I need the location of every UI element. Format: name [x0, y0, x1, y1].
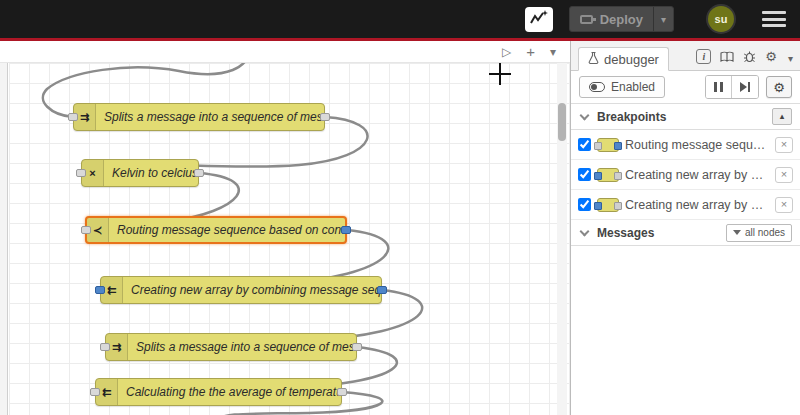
flask-icon [588, 52, 599, 67]
breakpoint-row[interactable]: Creating new array by combining message … [571, 190, 800, 220]
flow-node-switch-selected[interactable]: ≺ Routing message sequence based on cond… [85, 216, 347, 244]
breakpoints-header[interactable]: Breakpoints ▴ [571, 104, 800, 130]
crosshair-cursor [489, 63, 511, 85]
node-label: Kelvin to celcius [104, 166, 198, 180]
workspace-toolbar: ▷ + ▾ [0, 41, 570, 63]
flow-canvas[interactable]: ⇉ Splits a message into a sequence of me… [9, 63, 570, 415]
output-port[interactable] [337, 388, 347, 396]
toggle-icon [589, 82, 605, 92]
output-port[interactable] [320, 113, 330, 121]
sidebar-collapse-chevron-icon[interactable]: ▾ [788, 53, 793, 64]
pause-button[interactable] [706, 76, 732, 98]
step-icon [740, 82, 747, 92]
input-port[interactable] [100, 343, 110, 351]
input-port[interactable] [90, 388, 100, 396]
breakpoints-collapse-button[interactable]: ▴ [772, 108, 792, 125]
canvas-vertical-scrollbar[interactable] [557, 63, 567, 415]
chevron-down-icon [580, 110, 590, 120]
remove-breakpoint-button[interactable]: × [775, 197, 793, 213]
breakpoint-row[interactable]: Creating new array by combining message … [571, 160, 800, 190]
breakpoint-label: Creating new array by combining message … [625, 198, 769, 212]
node-label: Splits a message into a sequence of mess… [96, 110, 324, 124]
all-nodes-filter-button[interactable]: all nodes [726, 224, 792, 242]
input-port[interactable] [81, 226, 91, 234]
node-label: Routing message sequence based on condit… [109, 223, 345, 237]
debugger-settings-gear-icon[interactable]: ⚙ [766, 76, 792, 98]
messages-title: Messages [597, 226, 654, 240]
pause-icon [714, 82, 723, 92]
filter-label: all nodes [745, 227, 785, 238]
deploy-options-caret[interactable]: ▾ [653, 7, 673, 31]
flow-node-split[interactable]: ⇉ Splits a message into a sequence of me… [105, 333, 357, 361]
user-avatar[interactable]: su [708, 6, 734, 32]
deploy-icon [580, 15, 593, 24]
output-port[interactable] [194, 169, 204, 177]
input-port-breakpoint[interactable] [95, 286, 105, 294]
breakpoint-label: Creating new array by combining message … [625, 168, 769, 182]
main-menu-button[interactable] [762, 11, 786, 27]
output-port-breakpoint[interactable] [377, 286, 387, 294]
hamburger-icon [762, 11, 786, 14]
deploy-button[interactable]: Deploy ▾ [569, 6, 674, 32]
enabled-label: Enabled [611, 80, 655, 94]
chevron-down-icon [580, 226, 590, 236]
tab-label: debugger [604, 52, 659, 67]
info-icon[interactable]: i [696, 49, 711, 64]
breakpoint-row[interactable]: Routing message sequence based on condit… [571, 130, 800, 160]
debug-sidebar: debugger i [570, 41, 800, 415]
sparkle-chart-icon [530, 10, 548, 28]
flow-node-split[interactable]: ⇉ Splits a message into a sequence of me… [73, 103, 325, 131]
breakpoint-label: Routing message sequence based on condit… [625, 138, 769, 152]
play-icon[interactable]: ▷ [502, 46, 511, 58]
assistant-icon-button[interactable] [525, 7, 553, 32]
remove-breakpoint-button[interactable]: × [775, 167, 793, 183]
input-port[interactable] [68, 113, 78, 121]
debugger-toolbar: Enabled ⚙ [571, 71, 800, 104]
node-label: Splits a message into a sequence of mess… [128, 340, 356, 354]
node-red-app: Deploy ▾ su ▷ + ▾ [0, 0, 800, 415]
messages-header[interactable]: Messages all nodes [571, 220, 800, 246]
node-label: Creating new array by combining message … [123, 283, 381, 297]
flow-list-chevron-icon[interactable]: ▾ [550, 46, 556, 58]
node-mini-icon [597, 168, 619, 182]
breakpoint-checkbox[interactable] [578, 198, 591, 211]
scrollbar-thumb[interactable] [558, 103, 566, 141]
node-mini-icon [597, 138, 619, 152]
tab-debugger[interactable]: debugger [578, 47, 669, 71]
breakpoint-checkbox[interactable] [578, 168, 591, 181]
add-flow-icon[interactable]: + [526, 44, 535, 59]
deploy-label: Deploy [600, 12, 643, 27]
book-icon[interactable] [720, 51, 734, 63]
gear-icon[interactable]: ⚙ [765, 50, 777, 63]
step-button[interactable] [732, 76, 758, 98]
output-port[interactable] [352, 343, 362, 351]
input-port[interactable] [76, 169, 86, 177]
node-mini-icon [597, 198, 619, 212]
bug-icon[interactable] [743, 50, 756, 63]
app-header: Deploy ▾ su [0, 0, 800, 38]
node-label: Calculating the the average of temperatu… [118, 385, 341, 399]
flow-node-join[interactable]: ⇇ Creating new array by combining messag… [100, 276, 382, 304]
flow-workspace: ▷ + ▾ ⇉ Splits a message into a seque [0, 41, 570, 415]
palette-edge [0, 63, 8, 415]
remove-breakpoint-button[interactable]: × [775, 137, 793, 153]
breakpoint-checkbox[interactable] [578, 138, 591, 151]
breakpoints-title: Breakpoints [597, 110, 666, 124]
filter-funnel-icon [733, 230, 741, 235]
messages-list-empty [571, 246, 800, 415]
flow-node-average[interactable]: ⇇ Calculating the the average of tempera… [95, 378, 342, 406]
enabled-toggle-button[interactable]: Enabled [579, 76, 665, 98]
output-port-breakpoint[interactable] [341, 226, 351, 234]
flow-node-function[interactable]: × Kelvin to celcius [81, 159, 199, 187]
sidebar-tabs: debugger i [571, 41, 800, 71]
